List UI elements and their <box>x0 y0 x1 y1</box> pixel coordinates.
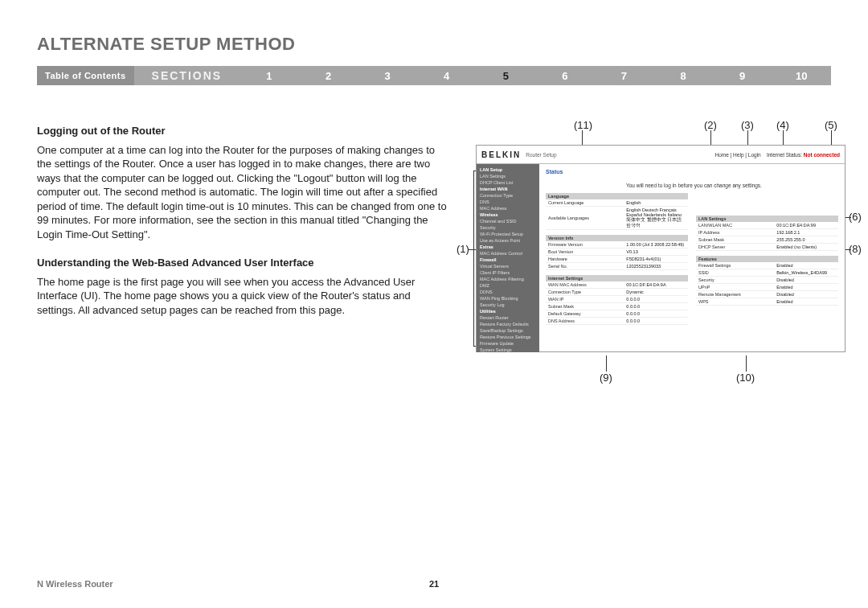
table-key: WPS <box>696 298 774 306</box>
text-column: Logging out of the Router One computer a… <box>37 124 447 332</box>
table-key: Subnet Mask <box>696 236 774 244</box>
page-title: ALTERNATE SETUP METHOD <box>37 34 831 55</box>
leader-line <box>746 355 747 372</box>
table-row: Boot VersionV0.13 <box>546 249 688 256</box>
heading-understanding-ui: Understanding the Web-Based Advanced Use… <box>37 256 447 270</box>
sidebar-item[interactable]: Connection Type <box>477 192 539 199</box>
table-header: Version Info <box>546 235 688 241</box>
table-key: WAN MAC Address <box>546 281 624 289</box>
table-row: Remote ManagementDisabled <box>696 291 838 298</box>
table-value: F5D8231-4v4(01) <box>624 256 688 263</box>
internet-status-value: Not connected <box>804 152 840 158</box>
section-link-6[interactable]: 6 <box>535 70 595 82</box>
sidebar-item[interactable]: MAC Address <box>477 205 539 212</box>
router-subtitle: Router Setup <box>526 152 556 158</box>
section-link-5[interactable]: 5 <box>476 70 535 82</box>
table-key: Firmware Version <box>546 241 624 249</box>
router-top-links[interactable]: Home | Help | Login <box>714 152 760 158</box>
table-row: Default Gateway0.0.0.0 <box>546 310 688 318</box>
table-row: Current LanguageEnglish <box>546 199 688 207</box>
section-navbar: Table of Contents SECTIONS 1 2 3 4 5 6 7… <box>37 66 831 85</box>
table-value: V0.13 <box>624 249 688 256</box>
table-key: Available Languages <box>546 207 624 230</box>
table-key: DHCP Server <box>696 244 774 251</box>
table-row: WAN IP0.0.0.0 <box>546 296 688 303</box>
table-row: WPSEnabled <box>696 298 838 306</box>
belkin-logo: BELKIN <box>481 150 521 159</box>
callout-3: (3) <box>741 119 754 131</box>
table-key: Connection Type <box>546 289 624 296</box>
sidebar-item[interactable]: DDNS <box>477 289 539 295</box>
section-link-9[interactable]: 9 <box>713 70 772 82</box>
table-header: Internet Settings <box>546 275 688 281</box>
language-table: LanguageCurrent LanguageEnglishAvailable… <box>546 193 688 230</box>
section-link-1[interactable]: 1 <box>240 70 299 82</box>
sidebar-item[interactable]: Save/Backup Settings <box>477 327 539 334</box>
page-footer: N Wireless Router 21 <box>37 579 831 589</box>
page-number: 21 <box>429 579 439 589</box>
table-value: English <box>624 199 688 207</box>
sidebar-item[interactable]: Use as Access Point <box>477 237 539 244</box>
section-link-10[interactable]: 10 <box>772 70 831 82</box>
table-key: WAN IP <box>546 296 624 303</box>
sidebar-item[interactable]: LAN Settings <box>477 173 539 179</box>
internet-status-label: Internet Status: <box>767 152 802 158</box>
status-heading: Status <box>546 169 563 175</box>
section-link-4[interactable]: 4 <box>417 70 477 82</box>
callout-4: (4) <box>776 119 789 131</box>
callout-11: (11) <box>574 119 592 131</box>
sidebar-item[interactable]: Wi-Fi Protected Setup <box>477 231 539 237</box>
table-row: SSIDBelkin_Wireless_E4DA99 <box>696 269 838 277</box>
table-key: Firewall Settings <box>696 262 774 269</box>
table-value: Disabled <box>774 291 838 298</box>
section-numbers: 1 2 3 4 5 6 7 8 9 10 <box>240 70 831 82</box>
table-row: Connection TypeDynamic <box>546 289 688 296</box>
sidebar-item[interactable]: WAN Ping Blocking <box>477 295 539 302</box>
sidebar-item[interactable]: DHCP Client List <box>477 179 539 186</box>
table-row: Subnet Mask0.0.0.0 <box>546 303 688 310</box>
table-row: SecurityDisabled <box>696 277 838 284</box>
sidebar-item[interactable]: Client IP Filters <box>477 269 539 276</box>
sidebar-item[interactable]: DNS <box>477 199 539 205</box>
sidebar-heading: Internet WAN <box>477 186 539 192</box>
table-value: Enabled <box>774 298 838 306</box>
table-row: LAN/WLAN MAC00:1C:DF:E4:DA:99 <box>696 222 838 229</box>
sidebar-item[interactable]: Restart Router <box>477 314 539 321</box>
sidebar-item[interactable]: Channel and SSID <box>477 218 539 224</box>
sidebar-item[interactable]: MAC Address Control <box>477 250 539 257</box>
heading-logging-out: Logging out of the Router <box>37 124 447 138</box>
table-key: Current Language <box>546 199 624 207</box>
sidebar-item[interactable]: Virtual Servers <box>477 263 539 269</box>
router-header: BELKIN Router Setup Home | Help | Login … <box>477 146 845 164</box>
version-table: Version InfoFirmware Version1.00.00 (Jul… <box>546 235 688 270</box>
login-message: You will need to log in before you can c… <box>626 183 838 188</box>
sidebar-item[interactable]: Security Log <box>477 302 539 308</box>
sidebar-item[interactable]: Firmware Update <box>477 340 539 347</box>
table-key: Security <box>696 277 774 284</box>
section-link-2[interactable]: 2 <box>299 70 358 82</box>
table-key: UPnP <box>696 284 774 291</box>
sidebar-item[interactable]: DMZ <box>477 282 539 289</box>
sections-label: SECTIONS <box>134 69 240 82</box>
table-value: Disabled <box>774 277 838 284</box>
table-value: 0.0.0.0 <box>624 303 688 310</box>
leader-line <box>473 170 474 346</box>
leader-line <box>845 217 851 218</box>
sidebar-item[interactable]: Restore Factory Defaults <box>477 321 539 327</box>
section-link-7[interactable]: 7 <box>595 70 654 82</box>
router-ui-screenshot: BELKIN Router Setup Home | Help | Login … <box>476 145 845 352</box>
sidebar-item[interactable]: Security <box>477 224 539 231</box>
table-row: IP Address192.168.2.1 <box>696 229 838 236</box>
sidebar-item[interactable]: MAC Address Filtering <box>477 276 539 282</box>
section-link-3[interactable]: 3 <box>358 70 417 82</box>
router-sidebar: LAN SetupLAN SettingsDHCP Client ListInt… <box>477 164 539 352</box>
table-row: DNS Address0.0.0.0 <box>546 318 688 325</box>
sidebar-item[interactable]: Restore Previous Settings <box>477 334 539 340</box>
section-link-8[interactable]: 8 <box>653 70 713 82</box>
table-key: Boot Version <box>546 249 624 256</box>
table-key: Subnet Mask <box>546 303 624 310</box>
table-value: 12025523139033 <box>624 263 688 270</box>
table-value: 0.0.0.0 <box>624 296 688 303</box>
sidebar-item[interactable]: System Settings <box>477 347 539 352</box>
toc-link[interactable]: Table of Contents <box>37 66 134 85</box>
